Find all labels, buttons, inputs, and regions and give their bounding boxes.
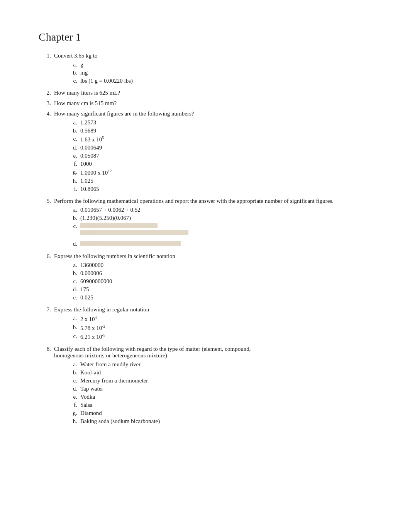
q5-content: Perform the following mathematical opera… (54, 198, 379, 249)
q6-sub-d-text: 175 (80, 286, 379, 293)
q4-sub-f-text: 1000 (80, 161, 379, 167)
q6-sub-a-text: 13600000 (80, 262, 379, 269)
q8-sub-g-letter: g. (69, 410, 80, 416)
q4-sub-a-text: 1.2573 (80, 119, 379, 126)
q8-text: Classify each of the following with rega… (54, 346, 251, 359)
q1-sub-c: c. lbs (1 g = 0.00220 lbs) (69, 78, 379, 84)
question-6: 6. Express the following numbers in scie… (39, 253, 379, 303)
q1-content: Convert 3.65 kg to a. g b. mg c. lbs (1 … (54, 53, 379, 86)
q8-sub-d: d. Tap water (69, 386, 379, 392)
chapter-title: Chapter 1 (39, 31, 379, 43)
q4-sub-h-text: 1.025 (80, 178, 379, 184)
q4-sub-c: c. 1.63 x 105 (69, 136, 379, 143)
q6-text: Express the following numbers in scienti… (54, 253, 175, 259)
q7-sub-a-text: 2 x 104 (80, 315, 379, 323)
q8-sub-d-text: Tap water (80, 386, 379, 392)
question-list: 1. Convert 3.65 kg to a. g b. mg c. lbs … (39, 53, 379, 426)
q4-sub-e-text: 0.05087 (80, 153, 379, 159)
q6-sub-d-letter: d. (69, 286, 80, 293)
q8-sub-c-text: Mercury from a thermometer (80, 377, 379, 384)
question-5: 5. Perform the following mathematical op… (39, 198, 379, 249)
q4-sub-i-text: 10.8065 (80, 186, 379, 192)
q4-sub-e: e. 0.05087 (69, 153, 379, 159)
q5-sub-a: a. 0.010657 + 0.0062 + 0.52 (69, 207, 379, 213)
q4-sub-d: d. 0.000649 (69, 144, 379, 151)
q5-sub-b: b. (1.230)(5.250)(0.067) (69, 215, 379, 221)
question-2: 2. How many liters is 625 mL? (39, 90, 379, 96)
q8-sub-e-text: Vodka (80, 394, 379, 400)
q8-sub-b-letter: b. (69, 369, 80, 376)
q4-sub-c-letter: c. (69, 136, 80, 142)
q7-sub-c-text: 6.21 x 10-5 (80, 333, 379, 340)
q1-sub-list: a. g b. mg c. lbs (1 g = 0.00220 lbs) (54, 61, 379, 84)
q6-sub-list: a. 13600000 b. 0.000006 c. 60900000000 d… (54, 262, 379, 301)
q5-sub-c: c. (69, 223, 379, 237)
q8-sub-f-letter: f. (69, 402, 80, 408)
q7-text: Express the following in regular notatio… (54, 306, 149, 313)
q4-sub-f: f. 1000 (69, 161, 379, 167)
q1-sub-a-letter: a. (69, 61, 80, 68)
q5-sub-d-letter: d. (69, 241, 80, 247)
q4-sub-e-letter: e. (69, 153, 80, 159)
q4-sub-h-letter: h. (69, 178, 80, 184)
q1-number: 1. (39, 53, 54, 59)
q5-text: Perform the following mathematical opera… (54, 198, 334, 204)
q4-number: 4. (39, 110, 54, 117)
q8-sub-g: g. Diamond (69, 410, 379, 416)
q8-sub-e-letter: e. (69, 394, 80, 400)
q5-sub-d-blurred (80, 241, 379, 248)
q4-sub-b-text: 0.5689 (80, 127, 379, 134)
q1-sub-b-text: mg (80, 70, 379, 76)
q6-sub-b-letter: b. (69, 270, 80, 277)
q8-sub-a: a. Water from a muddy river (69, 361, 379, 368)
q4-sub-b: b. 0.5689 (69, 127, 379, 134)
q7-sub-c-letter: c. (69, 333, 80, 340)
q4-sub-f-letter: f. (69, 161, 80, 167)
q1-sub-a: a. g (69, 61, 379, 68)
q4-sub-a: a. 1.2573 (69, 119, 379, 126)
q4-sub-b-letter: b. (69, 127, 80, 134)
q8-sub-c-letter: c. (69, 377, 80, 384)
q7-sub-b: b. 5.78 x 10-2 (69, 324, 379, 331)
q4-text: How many significant figures are in the … (54, 110, 194, 117)
q5-sub-b-letter: b. (69, 215, 80, 221)
q6-sub-e: e. 0.025 (69, 294, 379, 301)
q4-content: How many significant figures are in the … (54, 110, 379, 194)
q6-sub-e-text: 0.025 (80, 294, 379, 301)
q8-sub-b-text: Kool-aid (80, 369, 379, 376)
q6-sub-c-letter: c. (69, 278, 80, 285)
q8-number: 8. (39, 346, 54, 352)
question-8: 8. Classify each of the following with r… (39, 346, 379, 426)
q4-sub-g-letter: g. (69, 169, 80, 175)
q8-sub-h-letter: h. (69, 418, 80, 425)
q4-sub-i: i. 10.8065 (69, 186, 379, 192)
q2-content: How many liters is 625 mL? (54, 90, 379, 96)
question-1: 1. Convert 3.65 kg to a. g b. mg c. lbs … (39, 53, 379, 86)
q4-sub-g: g. 1.0000 x 1012 (69, 169, 379, 176)
q3-text: How many cm is 515 mm? (54, 100, 117, 106)
q8-sub-a-letter: a. (69, 361, 80, 368)
q8-sub-b: b. Kool-aid (69, 369, 379, 376)
q8-sub-c: c. Mercury from a thermometer (69, 377, 379, 384)
q4-sub-i-letter: i. (69, 186, 80, 192)
q5-sub-a-letter: a. (69, 207, 80, 213)
q8-sub-list: a. Water from a muddy river b. Kool-aid … (54, 361, 379, 425)
q8-sub-h: h. Baking soda (sodium bicarbonate) (69, 418, 379, 425)
q6-sub-e-letter: e. (69, 294, 80, 301)
q6-sub-b: b. 0.000006 (69, 270, 379, 277)
q1-sub-b-letter: b. (69, 70, 80, 76)
q1-sub-c-text: lbs (1 g = 0.00220 lbs) (80, 78, 379, 84)
q7-sub-a: a. 2 x 104 (69, 315, 379, 323)
q1-sub-b: b. mg (69, 70, 379, 76)
q6-sub-c-text: 60900000000 (80, 278, 379, 285)
q6-sub-a: a. 13600000 (69, 262, 379, 269)
q3-number: 3. (39, 100, 54, 107)
q7-sub-list: a. 2 x 104 b. 5.78 x 10-2 c. 6.21 x 10-5 (54, 315, 379, 340)
q6-sub-a-letter: a. (69, 262, 80, 269)
q6-sub-c: c. 60900000000 (69, 278, 379, 285)
q1-sub-a-text: g (80, 61, 379, 68)
q7-number: 7. (39, 306, 54, 313)
q4-sub-d-text: 0.000649 (80, 144, 379, 151)
q2-number: 2. (39, 90, 54, 96)
question-4: 4. How many significant figures are in t… (39, 110, 379, 194)
